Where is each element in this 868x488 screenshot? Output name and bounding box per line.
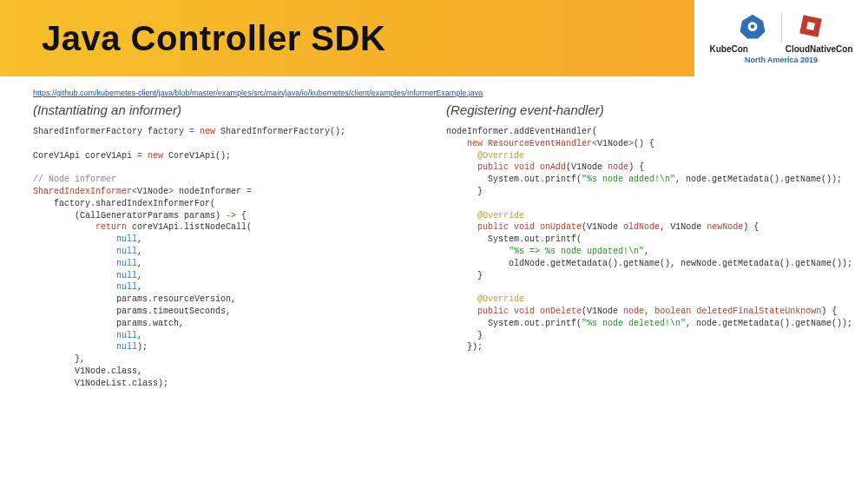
left-column: (Instantiating an informer) SharedInform… (33, 102, 422, 390)
code-token: (V1Node (582, 307, 623, 316)
code-token: , (137, 331, 142, 340)
code-token (446, 247, 509, 256)
code-token: factory.sharedIndexInformerFor( (33, 199, 215, 208)
code-token (33, 234, 116, 244)
code-token: ) { (743, 222, 759, 232)
code-token: V1Node (137, 187, 168, 196)
code-token: ) { (821, 307, 837, 316)
code-token: SharedInformerFactory(); (215, 127, 345, 136)
code-token: , (644, 307, 654, 316)
code-token: onAdd (540, 162, 566, 172)
code-token: null (116, 342, 137, 352)
code-token: } (446, 271, 483, 280)
columns: (Instantiating an informer) SharedInform… (33, 102, 835, 390)
slide-body: https://github.com/kubernetes-client/jav… (0, 76, 868, 390)
left-code-block: SharedInformerFactory factory = new Shar… (33, 126, 422, 390)
code-token (446, 222, 477, 232)
logo-block: KubeCon CloudNativeCon North America 201… (694, 0, 868, 76)
code-token: V1Node (597, 139, 628, 148)
code-token: null (116, 331, 137, 340)
code-token: (V1Node (582, 222, 623, 232)
code-token: CoreV1Api coreV1Api (33, 151, 137, 161)
code-token: } (446, 187, 483, 196)
slide-header: Java Controller SDK KubeCon CloudNativeC… (0, 0, 868, 76)
code-token: ) { (628, 162, 644, 172)
code-token: System.out.printf( (446, 175, 582, 184)
code-token: void (514, 162, 535, 172)
code-comment: // Node informer (33, 175, 116, 184)
code-token: void (514, 307, 535, 316)
code-token: "%s node added!\n" (582, 175, 675, 184)
code-token: onUpdate (540, 222, 582, 232)
code-token (33, 259, 116, 268)
logo-labels: KubeCon CloudNativeCon (700, 44, 863, 54)
code-token: null (116, 271, 137, 280)
code-token: null (116, 259, 137, 268)
logo-divider (781, 13, 782, 43)
code-token: null (116, 234, 137, 244)
code-token: , V1Node (660, 222, 707, 232)
code-token: public (477, 222, 509, 232)
code-token (446, 139, 467, 148)
code-token: @Override (477, 294, 524, 304)
code-token: @Override (477, 211, 524, 221)
code-token: -> (226, 211, 236, 221)
code-token: "%s node deleted!\n" (582, 319, 686, 328)
code-token (446, 307, 477, 316)
code-token: , node.getMetadata().getName()); (675, 175, 842, 184)
code-token: ResourceEventHandler (483, 139, 592, 148)
code-token: } (446, 331, 483, 340)
code-token: , (137, 259, 142, 268)
code-token: params.watch, (33, 319, 184, 328)
svg-point-2 (750, 24, 754, 29)
logo-icons-row (740, 13, 824, 43)
code-token: boolean (654, 307, 691, 316)
code-token (33, 342, 116, 352)
code-token (446, 294, 477, 304)
code-token: public (477, 162, 509, 172)
code-token (446, 162, 477, 172)
code-token: , (137, 234, 142, 244)
kubecon-icon (740, 13, 766, 43)
svg-rect-4 (806, 22, 815, 30)
code-token: coreV1Api.listNodeCall( (127, 222, 252, 232)
code-token: , (137, 247, 142, 256)
code-token: V1Node.class, (33, 366, 142, 376)
code-token: new (467, 139, 483, 148)
code-token: nodeInformer.addEventHandler( (446, 127, 597, 136)
right-code-block: nodeInformer.addEventHandler( new Resour… (446, 126, 835, 353)
code-token: , (137, 271, 142, 280)
code-token: void (514, 222, 535, 232)
cloudnativecon-icon (798, 13, 824, 43)
code-token: (V1Node (566, 162, 608, 172)
code-token: }, (33, 354, 85, 364)
code-token: oldNode.getMetadata().getName(), newNode… (446, 259, 852, 268)
code-token: params.resourceVersion, (33, 294, 236, 304)
code-token: public (477, 307, 509, 316)
cloudnativecon-label: CloudNativeCon (786, 44, 853, 54)
code-token: nodeInformer (174, 187, 247, 196)
code-token: oldNode (623, 222, 660, 232)
left-heading: (Instantiating an informer) (33, 102, 422, 117)
code-token (33, 271, 116, 280)
code-token: @Override (477, 151, 524, 161)
right-column: (Registering event-handler) nodeInformer… (446, 102, 835, 390)
code-token: = (247, 187, 252, 196)
code-token: SharedIndexInformer (33, 187, 132, 196)
code-token (446, 151, 477, 161)
code-token: null (116, 282, 137, 292)
code-token: deletedFinalStateUnknown (696, 307, 821, 316)
source-link[interactable]: https://github.com/kubernetes-client/jav… (33, 89, 483, 97)
code-token: () { (634, 139, 654, 148)
code-token: }); (446, 342, 483, 352)
code-token: return (95, 222, 127, 232)
code-token: "%s => %s node updated!\n" (509, 247, 644, 256)
code-token: CoreV1Api(); (163, 151, 231, 161)
code-token: new (200, 127, 215, 136)
event-subtitle: North America 2019 (745, 56, 818, 64)
right-heading: (Registering event-handler) (446, 102, 835, 117)
code-token: node (608, 162, 628, 172)
code-token: V1NodeList.class); (33, 379, 168, 388)
code-token: System.out.printf( (446, 234, 582, 244)
code-token (33, 222, 95, 232)
